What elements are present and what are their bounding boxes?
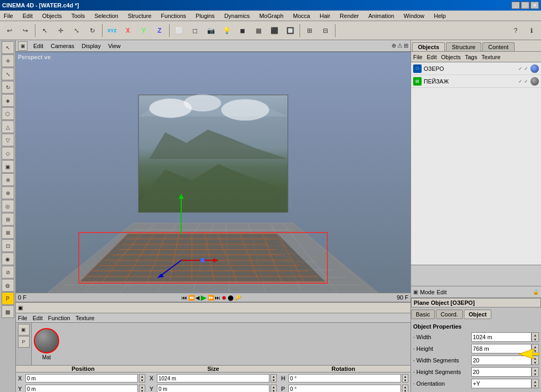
move-button[interactable]: ✛	[53, 23, 68, 38]
lb-t10[interactable]: ⊞	[2, 213, 14, 226]
prop-tab-basic[interactable]: Basic	[411, 310, 435, 319]
rp-tags[interactable]: Tags	[465, 54, 477, 60]
minimize-button[interactable]: _	[511, 2, 520, 9]
width-seg-spin[interactable]: ▲ ▼	[531, 356, 539, 365]
rp-texture[interactable]: Texture	[481, 54, 500, 60]
rview-btn[interactable]: 🔲	[283, 23, 297, 38]
auto-key-btn[interactable]: 🔑	[235, 295, 241, 301]
info-btn[interactable]: ℹ	[524, 23, 539, 38]
mat-menu-edit[interactable]: Edit	[33, 315, 43, 321]
play-btn[interactable]: ▶	[201, 293, 207, 302]
obj-row-pejzazh[interactable]: ▤ ПЕЙЗАЖ ✓ ✓	[411, 75, 541, 88]
grid-btn[interactable]: ⊟	[318, 23, 333, 38]
render-btn[interactable]: ⬛	[267, 23, 282, 38]
orientation-input[interactable]: +Y	[471, 379, 531, 388]
lb-move[interactable]: ✛	[2, 54, 14, 67]
undo-button[interactable]: ↩	[2, 23, 17, 38]
prop-tab-coord[interactable]: Coord.	[436, 310, 463, 319]
height-seg-input[interactable]: 20	[471, 367, 531, 377]
lb-t15[interactable]: ◍	[2, 279, 14, 292]
add-null-btn[interactable]: ◻	[188, 23, 202, 38]
mat-menu-file[interactable]: File	[18, 315, 27, 321]
mat-menu-function[interactable]: Function	[48, 315, 70, 321]
menu-animation[interactable]: Animation	[367, 12, 396, 20]
menu-dynamics[interactable]: Dynamics	[222, 12, 251, 20]
lb-t13[interactable]: ◉	[2, 253, 14, 265]
menu-mocca[interactable]: Mocca	[292, 12, 312, 20]
add-mat-btn[interactable]: ◼	[235, 23, 250, 38]
size-x-input[interactable]: 1024 m	[157, 374, 269, 382]
add-cam-btn[interactable]: 📷	[203, 23, 218, 38]
menu-objects[interactable]: Objects	[41, 12, 63, 20]
vp-icon[interactable]: ▣	[18, 41, 27, 51]
menu-mograph[interactable]: MoGraph	[258, 12, 285, 20]
redo-button[interactable]: ↪	[18, 23, 33, 38]
scale-button[interactable]: ⤡	[69, 23, 84, 38]
record-btn[interactable]: ⏺	[221, 295, 227, 301]
pos-y-spin[interactable]: ▲▼	[139, 385, 145, 392]
size-y-spin[interactable]: ▲▼	[270, 385, 277, 392]
rotate-button[interactable]: ↻	[85, 23, 100, 38]
lb-t12[interactable]: ⊡	[2, 239, 14, 252]
material-item[interactable]: Mat	[34, 328, 59, 360]
rot-p-spin[interactable]: ▲▼	[402, 385, 408, 392]
rot-p-input[interactable]: 0 °	[288, 385, 401, 392]
close-button[interactable]: ×	[530, 2, 539, 9]
size-x-spin[interactable]: ▲▼	[270, 374, 277, 382]
render-rgn-btn[interactable]: ▦	[251, 23, 266, 38]
vp-grid-icon[interactable]: ⊞	[404, 42, 408, 49]
pos-x-input[interactable]: 0 m	[25, 374, 138, 382]
obj-row-ozero[interactable]: □ ОЗЕРО ✓ ✓	[411, 62, 541, 75]
mode-label[interactable]: Mode	[420, 289, 435, 295]
tab-structure[interactable]: Structure	[446, 42, 481, 51]
axis-z[interactable]: Z	[152, 23, 167, 38]
menu-plugins[interactable]: Plugins	[194, 12, 216, 20]
mat-lb2[interactable]: P	[18, 336, 30, 348]
lb-t16[interactable]: P	[2, 292, 14, 305]
axis-y[interactable]: Y	[136, 23, 151, 38]
prev-frame-btn[interactable]: ⏪	[188, 295, 194, 301]
mat-tb-icon1[interactable]: ▣	[18, 305, 23, 311]
vp-menu-view[interactable]: View	[107, 42, 123, 50]
rp-file[interactable]: File	[413, 54, 423, 60]
menu-render[interactable]: Render	[338, 12, 360, 20]
play-back-btn[interactable]: ◀	[195, 295, 200, 301]
help-btn[interactable]: ?	[508, 23, 523, 38]
add-light-btn[interactable]: 💡	[219, 23, 234, 38]
pos-x-spin[interactable]: ▲▼	[139, 374, 145, 382]
menu-tools[interactable]: Tools	[70, 12, 87, 20]
width-seg-input[interactable]: 20	[471, 356, 531, 365]
rot-h-input[interactable]: 0 °	[288, 374, 401, 382]
lb-t11[interactable]: ⊠	[2, 226, 14, 239]
menu-functions[interactable]: Functions	[160, 12, 188, 20]
size-y-input[interactable]: 0 m	[157, 385, 269, 392]
goto-end-btn[interactable]: ⏭	[215, 295, 220, 301]
rec-key-btn[interactable]: ⬤	[228, 295, 234, 301]
width-spin[interactable]: ▲ ▼	[531, 332, 539, 342]
vp-menu-display[interactable]: Display	[80, 42, 102, 50]
lb-t5[interactable]: ◇	[2, 147, 14, 160]
maximize-button[interactable]: □	[521, 2, 529, 9]
snap-btn[interactable]: ⊞	[302, 23, 317, 38]
lb-t6[interactable]: ▣	[2, 160, 14, 173]
next-frame-btn[interactable]: ⏩	[208, 295, 214, 301]
viewport-3d[interactable]: Perspect ve	[16, 52, 411, 293]
height-input[interactable]: 768 m	[471, 344, 531, 353]
select-button[interactable]: ↖	[38, 23, 52, 38]
lb-scale[interactable]: ⤡	[2, 68, 14, 80]
xyz-btn[interactable]: XYZ	[105, 23, 119, 38]
goto-start-btn[interactable]: ⏮	[182, 295, 187, 301]
pos-y-input[interactable]: 0 m	[25, 385, 138, 392]
lb-t1[interactable]: ◈	[2, 94, 14, 107]
prop-tab-object[interactable]: Object	[464, 310, 491, 319]
lb-t7[interactable]: ⊕	[2, 173, 14, 186]
rot-h-spin[interactable]: ▲▼	[402, 374, 408, 382]
add-obj-btn[interactable]: ⬜	[172, 23, 186, 38]
edit-label[interactable]: Edit	[437, 289, 447, 295]
lb-t17[interactable]: ▩	[2, 305, 14, 318]
menu-selection[interactable]: Selection	[93, 12, 120, 20]
vp-menu-cameras[interactable]: Cameras	[49, 42, 76, 50]
menu-window[interactable]: Window	[402, 12, 426, 20]
lb-t14[interactable]: ⊘	[2, 266, 14, 278]
lb-select[interactable]: ↖	[2, 41, 14, 54]
